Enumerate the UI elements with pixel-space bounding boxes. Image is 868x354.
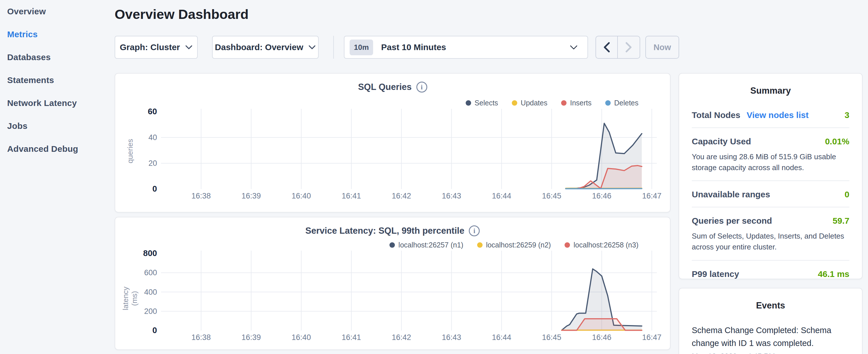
dashboard-dropdown-label: Dashboard: Overview	[215, 42, 303, 52]
svg-text:16:47: 16:47	[642, 192, 662, 200]
svg-text:16:44: 16:44	[492, 192, 511, 200]
sidebar: Overview Metrics Databases Statements Ne…	[7, 0, 102, 160]
svg-text:16:42: 16:42	[392, 192, 411, 200]
svg-text:400: 400	[144, 288, 157, 296]
time-range-label: Past 10 Minutes	[381, 42, 570, 52]
total-nodes-label: Total Nodes	[692, 110, 740, 120]
summary-row-total-nodes: Total Nodes View nodes list 3	[692, 110, 849, 127]
time-range-dropdown[interactable]: 10m Past 10 Minutes	[344, 36, 588, 59]
sql-queries-chart[interactable]: 16:3816:3916:4016:4116:4216:4316:4416:45…	[115, 74, 671, 213]
summary-row-unavailable-ranges: Unavailable ranges 0	[692, 181, 849, 207]
svg-text:16:47: 16:47	[642, 333, 662, 342]
svg-text:16:38: 16:38	[191, 333, 211, 342]
service-latency-chart[interactable]: 16:3816:3916:4016:4116:4216:4316:4416:45…	[115, 217, 671, 351]
svg-text:16:42: 16:42	[392, 333, 411, 342]
capacity-used-label: Capacity Used	[692, 137, 751, 147]
svg-text:16:46: 16:46	[592, 333, 612, 342]
summary-panel: Summary Total Nodes View nodes list 3 Ca…	[679, 73, 863, 279]
svg-text:800: 800	[143, 249, 157, 258]
svg-text:16:46: 16:46	[592, 192, 612, 200]
events-panel: Events Schema Change Completed: Schema c…	[679, 288, 863, 354]
sidebar-item-overview[interactable]: Overview	[7, 0, 102, 23]
events-title: Events	[679, 300, 862, 311]
capacity-used-value: 0.01%	[825, 137, 849, 147]
chevron-left-icon	[603, 42, 610, 53]
chevron-down-icon	[308, 45, 316, 50]
total-nodes-value: 3	[844, 110, 849, 120]
svg-text:40: 40	[149, 133, 157, 142]
prev-time-button[interactable]	[596, 36, 618, 58]
svg-text:16:41: 16:41	[342, 333, 361, 342]
capacity-used-description: You are using 28.6 MiB of 515.9 GiB usab…	[692, 152, 849, 173]
summary-row-queries-per-second: Queries per second 59.7 Sum of Selects, …	[692, 207, 849, 260]
svg-text:60: 60	[148, 107, 157, 116]
unavailable-ranges-value: 0	[844, 190, 849, 199]
controls-row: Graph: Cluster Dashboard: Overview 10m P…	[0, 36, 868, 59]
next-time-button[interactable]	[618, 36, 640, 58]
sidebar-item-network-latency[interactable]: Network Latency	[7, 92, 102, 115]
view-nodes-link[interactable]: View nodes list	[746, 110, 808, 120]
service-latency-panel: Service Latency: SQL, 99th percentile i …	[115, 217, 671, 350]
p99-latency-label: P99 latency	[692, 269, 739, 279]
p99-latency-value: 46.1 ms	[818, 269, 849, 279]
controls-divider	[333, 36, 334, 59]
sidebar-item-statements[interactable]: Statements	[7, 69, 102, 92]
svg-text:16:43: 16:43	[442, 333, 461, 342]
now-button[interactable]: Now	[645, 36, 679, 59]
page-title: Overview Dashboard	[115, 6, 249, 22]
svg-text:16:45: 16:45	[542, 192, 561, 200]
svg-text:0: 0	[152, 326, 157, 335]
event-timestamp: May 13, 2020 at 4:45 PM	[692, 352, 849, 354]
svg-text:0: 0	[152, 184, 157, 193]
sidebar-item-jobs[interactable]: Jobs	[7, 115, 102, 137]
svg-text:200: 200	[144, 307, 157, 316]
chevron-down-icon	[185, 45, 192, 50]
svg-text:16:39: 16:39	[242, 192, 261, 200]
svg-text:16:40: 16:40	[292, 333, 311, 342]
event-text[interactable]: Schema Change Completed: Schema change w…	[692, 324, 849, 350]
svg-text:20: 20	[149, 159, 157, 167]
unavailable-ranges-label: Unavailable ranges	[692, 190, 770, 199]
svg-text:16:45: 16:45	[542, 333, 561, 342]
summary-title: Summary	[679, 86, 862, 96]
sql-queries-panel: SQL Queries i Selects Updates Inserts De…	[115, 73, 671, 213]
summary-row-capacity-used: Capacity Used 0.01% You are using 28.6 M…	[692, 127, 849, 181]
graph-dropdown-label: Graph: Cluster	[120, 42, 180, 52]
svg-text:16:38: 16:38	[191, 192, 211, 200]
queries-per-second-value: 59.7	[833, 216, 849, 226]
graph-dropdown[interactable]: Graph: Cluster	[115, 36, 198, 59]
svg-text:16:39: 16:39	[242, 333, 261, 342]
chevron-down-icon	[570, 45, 578, 50]
dashboard-dropdown[interactable]: Dashboard: Overview	[212, 36, 319, 59]
chevron-right-icon	[625, 42, 632, 53]
time-pager	[595, 36, 640, 59]
sidebar-item-advanced-debug[interactable]: Advanced Debug	[7, 137, 102, 160]
svg-text:16:44: 16:44	[492, 333, 511, 342]
summary-row-p99-latency: P99 latency 46.1 ms	[692, 260, 849, 286]
svg-text:16:43: 16:43	[442, 192, 461, 200]
queries-per-second-label: Queries per second	[692, 216, 772, 226]
time-range-badge: 10m	[350, 39, 373, 55]
svg-text:600: 600	[144, 268, 157, 277]
queries-per-second-description: Sum of Selects, Updates, Inserts, and De…	[692, 231, 849, 252]
svg-text:16:41: 16:41	[342, 192, 361, 200]
svg-text:16:40: 16:40	[292, 192, 311, 200]
